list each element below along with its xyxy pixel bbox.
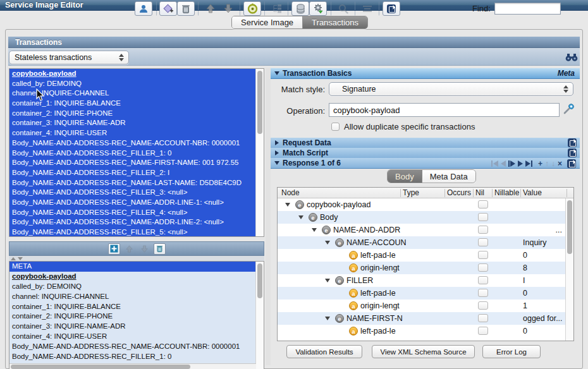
transaction-list-scrollbar[interactable] [255, 69, 264, 236]
list-item[interactable]: Body_NAME-AND-ADDRESS-REC_FILLER_4: <nul… [9, 208, 264, 218]
list-item[interactable]: container_3: INQUIRE-NAME-ADR [9, 322, 264, 332]
meta-move-up-button[interactable] [123, 243, 135, 255]
list-item[interactable]: Body_NAME-AND-ADDRESS-REC_FILLER_5: <nul… [9, 227, 264, 237]
disclosure-icon[interactable] [298, 215, 303, 219]
meta-list-scrollbar[interactable] [255, 262, 264, 369]
response-body-tree[interactable]: Node Type Occurs Nil Nillable Value ecop… [277, 187, 574, 341]
tree-row[interactable]: eNAME-AND-ADDR... [278, 224, 573, 236]
disclosure-icon[interactable] [325, 317, 330, 320]
list-item[interactable]: Body_NAME-AND-ADDRESS-REC_FILLER_3: <nul… [9, 188, 264, 198]
add-response-icon[interactable]: + [538, 160, 542, 167]
list-item[interactable]: called_by: DEMOINQ [9, 79, 264, 89]
delete-response-icon[interactable]: × [558, 160, 562, 167]
list-item[interactable]: channel: INQUIRE-CHANNEL [9, 292, 264, 302]
prev-record-icon[interactable] [501, 160, 506, 167]
match-script-header[interactable]: Match Script [271, 148, 580, 159]
add-meta-button[interactable] [108, 243, 120, 255]
meta-list-hscrollbar[interactable] [9, 363, 256, 369]
nil-checkbox[interactable] [478, 263, 488, 272]
validation-results-button[interactable]: Validation Results [286, 345, 362, 358]
meta-move-down-button[interactable] [138, 243, 150, 255]
list-item[interactable]: Body_NAME-AND-ADDRESS-REC_NAME-ACCOUNT-N… [9, 138, 264, 148]
meta-element-list[interactable]: METAcopybook-payloadcalled_by: DEMOINQch… [9, 261, 264, 369]
tree-row[interactable]: aleft-pad-le0 [278, 287, 573, 299]
operation-magic-button[interactable] [563, 103, 575, 118]
list-item[interactable]: container_1: INQUIRE-BALANCE [9, 99, 264, 109]
list-item[interactable]: called_by: DEMOINQ [9, 282, 264, 292]
list-item[interactable]: copybook-payload [9, 69, 264, 79]
tree-row[interactable]: aleft-pad-le0 [278, 249, 573, 262]
move-response-up-icon[interactable]: ↑ [545, 160, 549, 167]
response-header[interactable]: Response 1 of 6 + ↑ ↓ × [271, 158, 580, 169]
disclosure-icon[interactable] [325, 241, 330, 245]
first-record-icon[interactable] [491, 160, 498, 167]
nil-checkbox[interactable] [478, 238, 488, 246]
dataset-button[interactable] [291, 1, 309, 16]
error-log-button[interactable]: Error Log [482, 345, 541, 358]
list-item[interactable]: Body_NAME-AND-ADDRESS-REC_FILLER_1: 0 [9, 148, 264, 159]
nil-checkbox[interactable] [478, 289, 488, 297]
nil-checkbox[interactable] [478, 213, 488, 221]
tree-row[interactable]: aorigin-lengt1 [278, 299, 573, 312]
tree-row[interactable]: aorigin-lengt8 [278, 262, 573, 274]
tree-row[interactable]: eBody [278, 211, 573, 224]
nil-checkbox[interactable] [478, 314, 488, 322]
delete-meta-button[interactable] [154, 243, 166, 255]
list-item[interactable]: container_2: INQUIRE-PHONE [9, 109, 264, 119]
move-up-button[interactable] [202, 1, 219, 16]
user-button[interactable] [135, 1, 152, 16]
move-down-button[interactable] [219, 1, 237, 16]
list-item[interactable]: Body_NAME-AND-ADDRESS-REC_NAME-FIRST-NAM… [9, 158, 264, 168]
disclosure-icon[interactable] [285, 203, 290, 207]
open-external-icon[interactable] [568, 148, 577, 157]
match-style-select[interactable]: Signature [329, 82, 573, 96]
allow-duplicate-checkbox[interactable] [331, 123, 340, 131]
operation-input[interactable] [329, 103, 560, 117]
add-transaction-button[interactable] [159, 1, 177, 16]
pane-splitter[interactable] [266, 68, 271, 365]
open-external-button[interactable] [383, 1, 400, 16]
find-next-button[interactable] [563, 50, 580, 64]
transaction-basics-header[interactable]: Transaction Basics Meta [271, 68, 580, 79]
nil-checkbox[interactable] [478, 251, 488, 259]
nil-checkbox[interactable] [478, 301, 488, 310]
disclosure-icon[interactable] [325, 279, 330, 282]
gear-refresh-button[interactable] [309, 1, 327, 16]
tab-transactions[interactable]: Transactions [303, 16, 367, 28]
request-data-header[interactable]: Request Data [271, 138, 580, 148]
tab-body[interactable]: Body [388, 170, 422, 183]
list-item[interactable]: container_2: INQUIRE-PHONE [9, 312, 264, 322]
move-response-down-icon[interactable]: ↓ [551, 160, 555, 167]
delete-transaction-button[interactable] [177, 1, 195, 16]
tree-row[interactable]: eNAME-FIRST-Nogged for... [278, 312, 573, 325]
disclosure-icon[interactable] [312, 228, 317, 232]
list-item[interactable]: Body_NAME-AND-ADDRESS-REC_NAME-ACCOUNT-N… [9, 342, 264, 352]
tree-row[interactable]: eFILLERI [278, 274, 573, 287]
tree-view-button[interactable] [268, 1, 286, 16]
timer-button[interactable] [243, 1, 261, 16]
next-record-icon[interactable] [518, 160, 523, 167]
nil-checkbox[interactable] [478, 226, 488, 234]
list-item[interactable]: Body_NAME-AND-ADDRESS-REC_FILLER_2: I [9, 168, 264, 178]
tab-meta-data[interactable]: Meta Data [422, 170, 475, 183]
list-item[interactable]: container_4: INQUIRE-USER [9, 128, 264, 138]
step-record-icon[interactable] [508, 160, 515, 167]
open-external-icon[interactable] [568, 138, 577, 147]
open-external-icon[interactable] [567, 159, 576, 168]
nil-checkbox[interactable] [478, 276, 488, 284]
list-item[interactable]: Body_NAME-AND-ADDRESS-REC_FILLER_1: 0 [9, 352, 264, 362]
inspect-button[interactable] [334, 1, 352, 16]
tree-row[interactable]: eNAME-ACCOUNInquiry [278, 236, 573, 249]
list-item[interactable]: Body_NAME-AND-ADDRESS-REC_NAME-ADDR-LINE… [9, 198, 264, 208]
compare-button[interactable] [358, 1, 376, 16]
find-input[interactable] [494, 3, 561, 15]
transaction-mode-select[interactable]: Stateless transactions [9, 51, 129, 64]
list-splitter[interactable] [9, 256, 264, 261]
tree-row[interactable]: ecopybook-payload [278, 198, 573, 211]
tab-service-image[interactable]: Service Image [232, 16, 303, 28]
list-item[interactable]: Body_NAME-AND-ADDRESS-REC_NAME-ADDR-LINE… [9, 217, 264, 227]
list-item[interactable]: container_3: INQUIRE-NAME-ADR [9, 118, 264, 128]
list-item[interactable]: channel: INQUIRE-CHANNEL [9, 88, 264, 99]
last-record-icon[interactable] [525, 160, 532, 167]
view-xml-schema-source-button[interactable]: View XML Schema Source [372, 345, 475, 358]
